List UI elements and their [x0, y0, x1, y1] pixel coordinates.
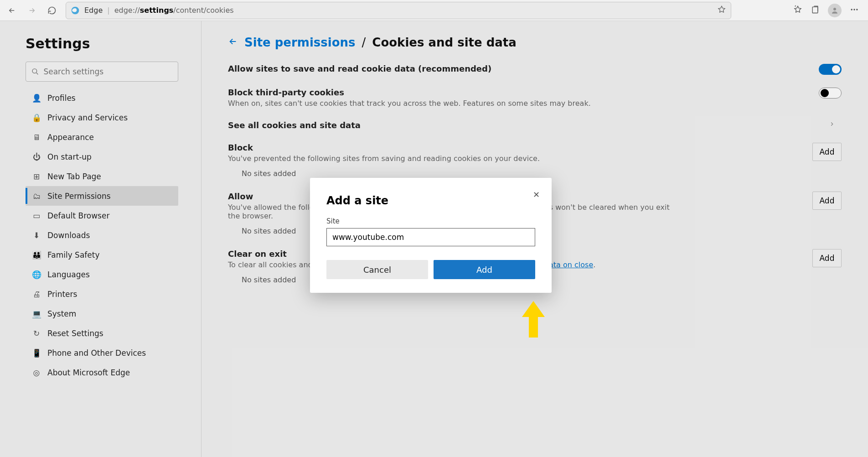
more-icon[interactable] — [850, 5, 859, 16]
nav-label: New Tab Page — [47, 172, 101, 181]
nav-icon: ⏻ — [32, 152, 41, 161]
search-icon — [31, 68, 39, 76]
collections-icon[interactable] — [811, 5, 820, 16]
edge-icon — [71, 6, 80, 15]
svg-point-5 — [856, 9, 858, 10]
svg-point-3 — [851, 9, 852, 10]
forward-button[interactable] — [23, 1, 41, 20]
nav-label: Profiles — [47, 93, 76, 103]
see-all-cookies-row[interactable]: See all cookies and site data — [228, 120, 842, 143]
block-empty: No sites added — [242, 169, 842, 178]
sidebar-item-phone-and-other-devices[interactable]: 📱Phone and Other Devices — [26, 343, 178, 363]
nav-icon: 💻 — [32, 309, 41, 318]
nav-label: About Microsoft Edge — [47, 368, 130, 377]
search-settings[interactable] — [26, 62, 178, 82]
nav-label: System — [47, 309, 76, 318]
sidebar-item-profiles[interactable]: 👤Profiles — [26, 88, 178, 108]
sidebar-item-printers[interactable]: 🖨Printers — [26, 284, 178, 304]
nav-icon: ▭ — [32, 211, 41, 220]
sidebar-item-languages[interactable]: 🌐Languages — [26, 265, 178, 284]
nav-icon: ◎ — [32, 368, 41, 377]
site-input[interactable] — [326, 228, 535, 246]
nav-icon: ↻ — [32, 329, 41, 338]
sidebar-item-site-permissions[interactable]: 🗂Site Permissions — [26, 186, 178, 206]
sidebar-item-system[interactable]: 💻System — [26, 304, 178, 323]
nav-label: Printers — [47, 290, 77, 299]
browser-toolbar: Edge | edge://settings/content/cookies — [0, 0, 868, 21]
nav-icon: 🗂 — [32, 192, 41, 201]
breadcrumb-current: Cookies and site data — [372, 36, 517, 49]
svg-point-4 — [853, 9, 855, 10]
nav-icon: 🖥 — [32, 133, 41, 142]
nav-icon: 👤 — [32, 93, 41, 103]
svg-rect-1 — [812, 7, 818, 13]
block-add-button[interactable]: Add — [812, 143, 842, 161]
nav-icon: ⬇ — [32, 231, 41, 240]
sidebar-item-new-tab-page[interactable]: ⊞New Tab Page — [26, 166, 178, 186]
dialog-close-button[interactable]: ✕ — [533, 190, 540, 199]
refresh-button[interactable] — [43, 1, 61, 20]
nav-label: On start-up — [47, 152, 92, 161]
sidebar-item-about-microsoft-edge[interactable]: ◎About Microsoft Edge — [26, 363, 178, 382]
chevron-right-icon — [822, 120, 842, 129]
nav-label: Privacy and Services — [47, 113, 128, 122]
sidebar-item-privacy-and-services[interactable]: 🔒Privacy and Services — [26, 108, 178, 127]
allow-cookies-row: Allow sites to save and read cookie data… — [228, 64, 842, 88]
toolbar-right — [793, 4, 865, 17]
nav-icon: 📱 — [32, 348, 41, 358]
nav-label: Appearance — [47, 133, 94, 142]
dialog-cancel-button[interactable]: Cancel — [326, 260, 428, 279]
block-third-party-toggle[interactable] — [819, 88, 842, 99]
nav-label: Family Safety — [47, 250, 99, 260]
sidebar-item-default-browser[interactable]: ▭Default Browser — [26, 206, 178, 225]
nav-label: Site Permissions — [47, 192, 111, 201]
svg-point-6 — [32, 69, 37, 73]
nav-icon: 🖨 — [32, 290, 41, 299]
sidebar-item-reset-settings[interactable]: ↻Reset Settings — [26, 323, 178, 343]
clear-exit-add-button[interactable]: Add — [812, 249, 842, 267]
settings-heading: Settings — [26, 36, 178, 52]
address-bar[interactable]: Edge | edge://settings/content/cookies — [66, 2, 731, 19]
block-section-header: Block You've prevented the following sit… — [228, 143, 842, 169]
sidebar-item-family-safety[interactable]: 👪Family Safety — [26, 245, 178, 265]
profile-avatar[interactable] — [828, 4, 842, 17]
breadcrumb: Site permissions / Cookies and site data — [228, 36, 842, 49]
nav-label: Default Browser — [47, 211, 109, 220]
dialog-title: Add a site — [326, 194, 535, 207]
dialog-add-button[interactable]: Add — [434, 260, 535, 279]
svg-point-2 — [833, 8, 836, 10]
nav-icon: 👪 — [32, 250, 41, 260]
add-site-dialog: ✕ Add a site Site Cancel Add — [310, 178, 552, 293]
sidebar-item-downloads[interactable]: ⬇Downloads — [26, 225, 178, 245]
sidebar-item-appearance[interactable]: 🖥Appearance — [26, 127, 178, 147]
favorite-star-icon[interactable] — [717, 5, 726, 16]
nav-label: Phone and Other Devices — [47, 348, 146, 358]
block-third-party-row: Block third-party cookies When on, sites… — [228, 88, 842, 120]
nav-icon: 🔒 — [32, 113, 41, 122]
tab-name: Edge — [84, 6, 103, 15]
sidebar-item-on-start-up[interactable]: ⏻On start-up — [26, 147, 178, 166]
favorites-icon[interactable] — [793, 5, 802, 16]
nav-label: Downloads — [47, 231, 90, 240]
nav-label: Languages — [47, 270, 90, 279]
breadcrumb-parent[interactable]: Site permissions — [244, 36, 356, 49]
allow-cookies-toggle[interactable] — [819, 64, 842, 75]
site-field-label: Site — [326, 217, 535, 225]
nav-icon: ⊞ — [32, 172, 41, 181]
url-text: edge://settings/content/cookies — [114, 6, 234, 15]
nav-label: Reset Settings — [47, 329, 103, 338]
settings-sidebar: Settings 👤Profiles🔒Privacy and Services🖥… — [0, 21, 202, 457]
nav-icon: 🌐 — [32, 270, 41, 279]
search-input[interactable] — [43, 67, 172, 76]
allow-add-button[interactable]: Add — [812, 192, 842, 210]
back-button[interactable] — [3, 1, 21, 20]
breadcrumb-back-icon[interactable] — [228, 36, 238, 49]
